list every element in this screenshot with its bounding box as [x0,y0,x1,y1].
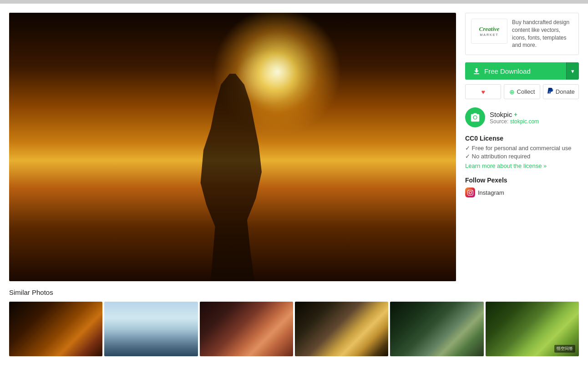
similar-photo-6[interactable]: 悟空问答 [486,302,579,356]
main-photo-container[interactable] [9,13,456,281]
similar-section: Similar Photos 悟空问答 [0,281,588,356]
ad-logo-creative: Creative [479,26,500,32]
collect-icon: ⊕ [509,88,515,96]
ad-logo-market: MARKET [480,33,498,36]
main-content: Creative MARKET Buy handcrafted design c… [0,4,588,281]
similar-photo-4[interactable] [295,302,388,356]
free-download-button[interactable]: Free Download [465,62,566,80]
svg-rect-0 [474,73,479,74]
like-button[interactable]: ♥ [465,84,501,99]
source-link[interactable]: stokpic.com [510,118,539,125]
donate-label: Donate [556,88,575,95]
main-photo [9,13,456,281]
similar-photo-5[interactable] [390,302,483,356]
similar-photo-3[interactable] [200,302,293,356]
ad-text: Buy handcrafted design content like vect… [512,19,573,49]
license-item-1: ✓ Free for personal and commercial use [465,145,579,152]
page-wrapper: Creative MARKET Buy handcrafted design c… [0,0,588,374]
paypal-icon [547,88,553,96]
license-learn-more[interactable]: Learn more about the license » [465,162,579,169]
collect-button[interactable]: ⊕ Collect [504,84,540,99]
similar-grid: 悟空问答 [9,302,579,356]
sidebar: Creative MARKET Buy handcrafted design c… [465,13,579,281]
collect-label: Collect [517,88,535,95]
avatar [465,107,485,127]
download-button-container: Free Download ▾ [465,62,579,80]
source-prefix: Source: [490,118,510,125]
browser-top-bar [0,0,588,4]
ad-logo: Creative MARKET [471,19,507,44]
download-arrow-button[interactable]: ▾ [566,62,579,80]
watermark-overlay: 悟空问答 [486,302,579,356]
donate-button[interactable]: Donate [543,84,579,99]
author-plus-badge: + [514,111,517,118]
download-icon [472,67,481,75]
author-section: Stokpic + Source: stokpic.com [465,107,579,127]
author-info: Stokpic + Source: stokpic.com [490,111,539,125]
similar-photo-1[interactable] [9,302,102,356]
photo-section [9,13,456,281]
arrow-icon: ▾ [571,68,574,75]
similar-photo-2[interactable] [104,302,198,356]
license-title: CC0 License [465,135,579,142]
author-name-row: Stokpic + [490,111,539,118]
action-buttons: ♥ ⊕ Collect Donate [465,84,579,99]
similar-photos-title: Similar Photos [9,288,579,296]
svg-point-1 [474,116,476,119]
author-name-text: Stokpic [490,111,512,118]
download-label: Free Download [484,67,531,75]
follow-title: Follow Pexels [465,177,579,184]
instagram-link[interactable]: Instagram [465,187,579,197]
instagram-label: Instagram [478,189,504,196]
ad-box[interactable]: Creative MARKET Buy handcrafted design c… [465,13,579,55]
license-section: CC0 License ✓ Free for personal and comm… [465,135,579,169]
author-source: Source: stokpic.com [490,118,539,125]
license-item-2: ✓ No attribution required [465,153,579,160]
follow-section: Follow Pexels Instagram [465,177,579,197]
instagram-icon [465,187,475,197]
heart-icon: ♥ [482,88,485,96]
watermark-text: 悟空问答 [554,345,575,353]
